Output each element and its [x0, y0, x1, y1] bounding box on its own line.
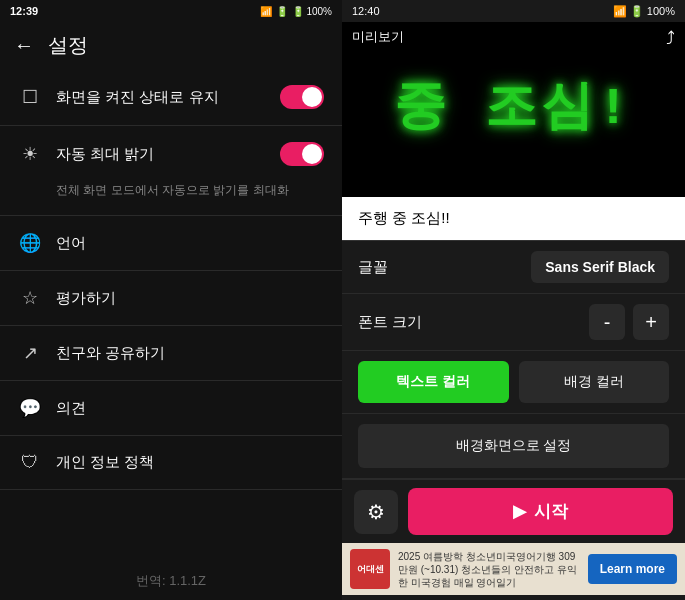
text-color-button[interactable]: 텍스트 컬러 — [358, 361, 509, 403]
font-row: 글꼴 Sans Serif Black — [342, 241, 685, 294]
gear-icon: ⚙ — [367, 500, 385, 524]
play-icon: ▶ — [513, 501, 526, 522]
share-preview-button[interactable]: ⤴ — [666, 28, 675, 49]
page-title: 설정 — [48, 32, 88, 59]
start-button[interactable]: ▶ 시작 — [408, 488, 673, 535]
font-label: 글꼴 — [358, 258, 531, 277]
brightness-label: 자동 최대 밝기 — [56, 145, 266, 164]
left-time: 12:39 — [10, 5, 38, 17]
setting-screen-on[interactable]: ☐ 화면을 켜진 상태로 유지 — [0, 69, 342, 126]
brightness-icon: ☀ — [18, 143, 42, 165]
wifi-icon: 🔋 — [276, 6, 288, 17]
setting-rate[interactable]: ☆ 평가하기 — [0, 271, 342, 326]
privacy-label: 개인 정보 정책 — [56, 453, 324, 472]
battery-label: 🔋 100% — [292, 6, 332, 17]
size-controls: - + — [589, 304, 669, 340]
preview-canvas: 중 조심! — [342, 22, 685, 197]
feedback-label: 의견 — [56, 399, 324, 418]
version-text: 번역: 1.1.1Z — [0, 562, 342, 600]
ad-description: 2025 여름방학 청소년미국영어기행 309만원 (~10.31) 청소년들의… — [398, 550, 580, 589]
ad-logo-text: 어대센 — [357, 563, 384, 576]
color-row: 텍스트 컬러 배경 컬러 — [342, 351, 685, 414]
privacy-icon: 🛡 — [18, 452, 42, 473]
setting-feedback[interactable]: 💬 의견 — [0, 381, 342, 436]
screen-toggle[interactable] — [280, 85, 324, 109]
ad-banner: 어대센 2025 여름방학 청소년미국영어기행 309만원 (~10.31) 청… — [342, 543, 685, 595]
preview-text: 중 조심! — [394, 84, 632, 136]
setting-language[interactable]: 🌐 언어 — [0, 216, 342, 271]
settings-gear-button[interactable]: ⚙ — [354, 490, 398, 534]
settings-top-bar: ← 설정 — [0, 22, 342, 69]
size-row: 폰트 크기 - + — [342, 294, 685, 351]
left-panel: 12:39 📶 🔋 📶 🔋 100% 🔋 100% ← 설정 ☐ 화면을 켜진 … — [0, 0, 342, 600]
brightness-desc: 전체 화면 모드에서 자동으로 밝기를 최대화 — [18, 182, 289, 199]
feedback-icon: 💬 — [18, 397, 42, 419]
language-icon: 🌐 — [18, 232, 42, 254]
language-label: 언어 — [56, 234, 324, 253]
share-label: 친구와 공유하기 — [56, 344, 324, 363]
brightness-toggle[interactable] — [280, 142, 324, 166]
right-status-bar: 12:40 📶 🔋 100% — [342, 0, 685, 22]
right-status-icons: 📶 🔋 100% — [613, 5, 675, 18]
size-increase-button[interactable]: + — [633, 304, 669, 340]
screen-label: 화면을 켜진 상태로 유지 — [56, 88, 266, 107]
size-label: 폰트 크기 — [358, 313, 589, 332]
bottom-action-bar: ⚙ ▶ 시작 — [342, 479, 685, 543]
bg-color-button[interactable]: 배경 컬러 — [519, 361, 670, 403]
signal-icon: 📶 — [260, 6, 272, 17]
right-panel: 12:40 📶 🔋 100% 미리보기 ⤴ 중 조심! 주행 중 조심!! 글꼴… — [342, 0, 685, 600]
left-status-bar: 12:39 📶 🔋 📶 🔋 100% 🔋 100% — [0, 0, 342, 22]
rate-label: 평가하기 — [56, 289, 324, 308]
settings-list: ☐ 화면을 켜진 상태로 유지 ☀ 자동 최대 밝기 전체 화면 모드에서 자동… — [0, 69, 342, 562]
left-status-icons: 📶 🔋 📶 🔋 100% 🔋 100% — [260, 6, 332, 17]
share-icon: ↗ — [18, 342, 42, 364]
preview-label: 미리보기 — [352, 28, 404, 46]
preview-area: 미리보기 ⤴ 중 조심! — [342, 22, 685, 197]
text-input-display[interactable]: 주행 중 조심!! — [342, 197, 685, 241]
right-time: 12:40 — [352, 5, 380, 17]
controls-area: 주행 중 조심!! 글꼴 Sans Serif Black 폰트 크기 - + … — [342, 197, 685, 600]
font-selector-button[interactable]: Sans Serif Black — [531, 251, 669, 283]
back-button[interactable]: ← — [14, 34, 34, 57]
wallpaper-row: 배경화면으로 설정 — [342, 414, 685, 479]
size-decrease-button[interactable]: - — [589, 304, 625, 340]
setting-share[interactable]: ↗ 친구와 공유하기 — [0, 326, 342, 381]
ad-logo: 어대센 — [350, 549, 390, 589]
setting-auto-brightness[interactable]: ☀ 자동 최대 밝기 전체 화면 모드에서 자동으로 밝기를 최대화 — [0, 126, 342, 216]
setting-privacy[interactable]: 🛡 개인 정보 정책 — [0, 436, 342, 490]
screen-icon: ☐ — [18, 86, 42, 108]
wallpaper-button[interactable]: 배경화면으로 설정 — [358, 424, 669, 468]
start-label: 시작 — [534, 500, 568, 523]
learn-more-button[interactable]: Learn more — [588, 554, 677, 584]
star-icon: ☆ — [18, 287, 42, 309]
